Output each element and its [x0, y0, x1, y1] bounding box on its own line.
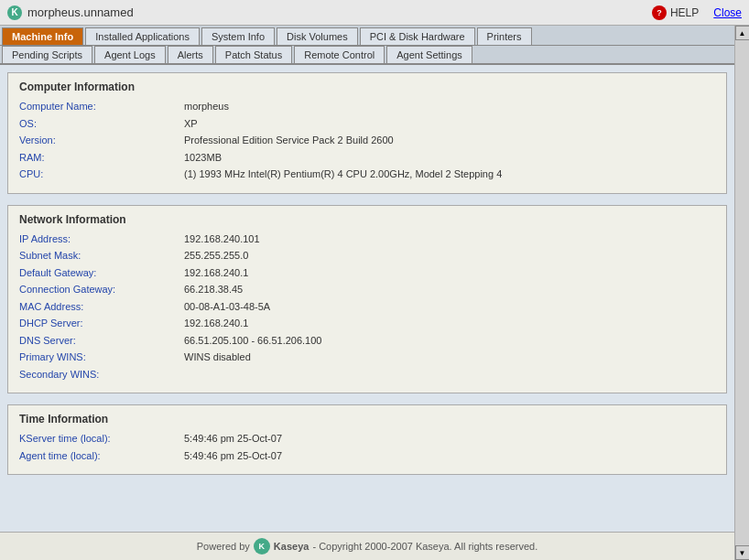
tab-row-2: Pending Scripts Agent Logs Alerts Patch … — [0, 46, 734, 65]
info-row: Default Gateway: 192.168.240.1 — [19, 265, 715, 281]
network-info-title: Network Information — [19, 213, 715, 226]
help-label: HELP — [670, 6, 699, 19]
value-version: Professional Edition Service Pack 2 Buil… — [184, 133, 394, 148]
value-connection-gateway: 66.218.38.45 — [184, 282, 243, 297]
info-row: Subnet Mask: 255.255.255.0 — [19, 248, 715, 264]
label-dns-server: DNS Server: — [19, 333, 184, 349]
main-content: Machine Info Installed Applications Syst… — [0, 26, 734, 560]
value-ram: 1023MB — [184, 150, 222, 166]
info-row: OS: XP — [19, 116, 715, 132]
title-right: ? HELP Close — [652, 5, 742, 20]
scroll-track — [735, 40, 749, 545]
network-info-box: Network Information IP Address: 192.168.… — [7, 205, 727, 394]
value-agent-time: 5:49:46 pm 25-Oct-07 — [184, 448, 282, 464]
computer-info-box: Computer Information Computer Name: morp… — [7, 72, 727, 194]
value-primary-wins: WINS disabled — [184, 350, 251, 365]
label-version: Version: — [19, 133, 184, 148]
title-bar: K morpheus.unnamed ? HELP Close — [0, 0, 749, 26]
tab-machine-info[interactable]: Machine Info — [2, 27, 83, 45]
footer-powered-by: Powered by — [197, 541, 250, 552]
label-default-gateway: Default Gateway: — [19, 265, 184, 281]
info-row: RAM: 1023MB — [19, 150, 715, 166]
label-ram: RAM: — [19, 150, 184, 166]
info-row: Secondary WINS: — [19, 367, 715, 382]
label-os: OS: — [19, 116, 184, 132]
label-subnet-mask: Subnet Mask: — [19, 248, 184, 264]
title-left: K morpheus.unnamed — [7, 5, 134, 20]
tab-pending-scripts[interactable]: Pending Scripts — [2, 46, 92, 63]
value-dns-server: 66.51.205.100 - 66.51.206.100 — [184, 333, 321, 349]
label-connection-gateway: Connection Gateway: — [19, 282, 184, 297]
kaseya-logo: K — [254, 538, 270, 555]
tab-alerts[interactable]: Alerts — [168, 46, 213, 63]
label-dhcp-server: DHCP Server: — [19, 316, 184, 331]
info-row: DNS Server: 66.51.205.100 - 66.51.206.10… — [19, 333, 715, 349]
tab-pci-disk-hardware[interactable]: PCI & Disk Hardware — [360, 27, 475, 45]
value-cpu: (1) 1993 MHz Intel(R) Pentium(R) 4 CPU 2… — [184, 167, 502, 182]
computer-info-title: Computer Information — [19, 81, 715, 93]
info-row: CPU: (1) 1993 MHz Intel(R) Pentium(R) 4 … — [19, 167, 715, 182]
info-row: Version: Professional Edition Service Pa… — [19, 133, 715, 148]
tab-agent-logs[interactable]: Agent Logs — [94, 46, 166, 63]
scrollbar-right[interactable]: ▲ ▼ — [734, 26, 749, 560]
scroll-down-button[interactable]: ▼ — [735, 545, 750, 560]
label-mac-address: MAC Address: — [19, 299, 184, 315]
label-secondary-wins: Secondary WINS: — [19, 367, 184, 382]
info-row: Connection Gateway: 66.218.38.45 — [19, 282, 715, 297]
time-info-title: Time Information — [19, 413, 715, 425]
value-computer-name: morpheus — [184, 99, 229, 114]
value-kserver-time: 5:49:46 pm 25-Oct-07 — [184, 431, 282, 447]
value-os: XP — [184, 116, 198, 132]
label-cpu: CPU: — [19, 167, 184, 182]
label-agent-time: Agent time (local): — [19, 448, 184, 464]
info-row: KServer time (local): 5:49:46 pm 25-Oct-… — [19, 431, 715, 447]
value-default-gateway: 192.168.240.1 — [184, 265, 248, 281]
help-link[interactable]: ? HELP — [652, 5, 699, 20]
info-row: Computer Name: morpheus — [19, 99, 715, 114]
info-row: MAC Address: 00-08-A1-03-48-5A — [19, 299, 715, 315]
info-row: Agent time (local): 5:49:46 pm 25-Oct-07 — [19, 448, 715, 464]
label-primary-wins: Primary WINS: — [19, 350, 184, 365]
label-kserver-time: KServer time (local): — [19, 431, 184, 447]
footer: Powered by K Kaseya - Copyright 2000-200… — [0, 532, 734, 560]
window-title: morpheus.unnamed — [27, 5, 134, 19]
value-dhcp-server: 192.168.240.1 — [184, 316, 248, 331]
tab-system-info[interactable]: System Info — [201, 27, 275, 45]
label-computer-name: Computer Name: — [19, 99, 184, 114]
value-ip-address: 192.168.240.101 — [184, 232, 260, 247]
info-row: IP Address: 192.168.240.101 — [19, 232, 715, 247]
scroll-up-button[interactable]: ▲ — [735, 26, 750, 40]
tab-patch-status[interactable]: Patch Status — [215, 46, 292, 63]
info-row: DHCP Server: 192.168.240.1 — [19, 316, 715, 331]
tab-remote-control[interactable]: Remote Control — [294, 46, 385, 63]
help-icon: ? — [652, 5, 667, 20]
label-ip-address: IP Address: — [19, 232, 184, 247]
info-row: Primary WINS: WINS disabled — [19, 350, 715, 365]
close-button[interactable]: Close — [713, 6, 742, 19]
content-area: Computer Information Computer Name: morp… — [0, 65, 734, 532]
footer-copyright: - Copyright 2000-2007 Kaseya. All rights… — [312, 541, 537, 552]
app-icon: K — [7, 5, 22, 20]
tab-disk-volumes[interactable]: Disk Volumes — [277, 27, 358, 45]
tab-row-1: Machine Info Installed Applications Syst… — [0, 26, 734, 46]
time-info-box: Time Information KServer time (local): 5… — [7, 404, 727, 475]
value-mac-address: 00-08-A1-03-48-5A — [184, 299, 270, 315]
tab-installed-applications[interactable]: Installed Applications — [85, 27, 200, 45]
value-subnet-mask: 255.255.255.0 — [184, 248, 248, 264]
tab-agent-settings[interactable]: Agent Settings — [386, 46, 472, 63]
footer-brand: Kaseya — [274, 541, 309, 552]
tab-printers[interactable]: Printers — [477, 27, 532, 45]
